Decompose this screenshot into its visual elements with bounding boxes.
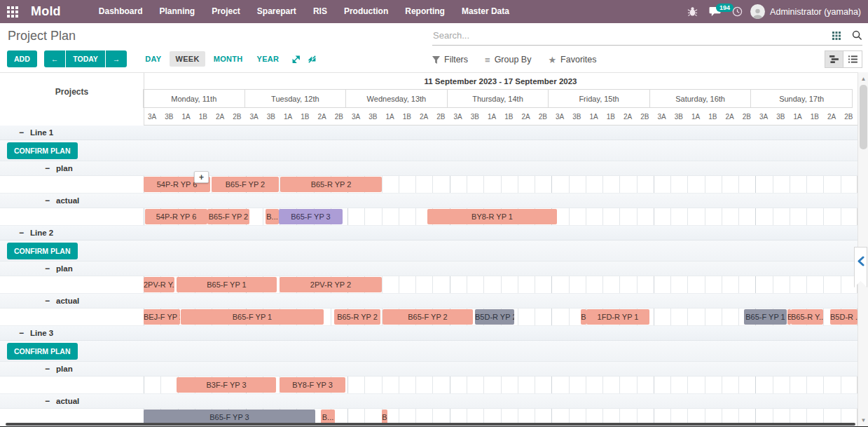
gantt-bar[interactable]: 1FD-R YP 1: [586, 309, 649, 325]
scroll-down-icon[interactable]: ▼: [858, 415, 868, 425]
shift-slot-header: 3B: [568, 108, 585, 125]
favorites-label: Favorites: [560, 55, 596, 65]
filters-button[interactable]: Filters: [432, 55, 468, 65]
shift-slot-header: 1B: [602, 108, 619, 125]
shift-slot-header: 3A: [450, 108, 467, 125]
filters-label: Filters: [444, 55, 468, 65]
nav-item-dashboard[interactable]: Dashboard: [90, 0, 151, 23]
gantt-bar[interactable]: 2PV-R YP 2: [280, 277, 382, 292]
nav-item-master-data[interactable]: Master Data: [453, 0, 518, 23]
collapse-toggle-icon[interactable]: −: [45, 264, 50, 273]
scale-day[interactable]: DAY: [139, 51, 167, 67]
search-input[interactable]: [432, 27, 825, 41]
navbar-menu: DashboardPlanningProjectSparepartRISProd…: [90, 0, 518, 23]
horizontal-scrollbar-thumb[interactable]: [6, 423, 855, 426]
confirm-plan-button-line-3[interactable]: CONFIRM PLAN: [7, 343, 78, 360]
scale-month[interactable]: MONTH: [208, 51, 249, 67]
prev-period-button[interactable]: ←: [44, 50, 66, 67]
nav-item-project[interactable]: Project: [203, 0, 249, 23]
gantt-bar[interactable]: 2PV-R Y...: [144, 277, 174, 292]
shift-slot-header: 1A: [790, 108, 806, 125]
gantt-bar[interactable]: B65-F YP 1: [177, 277, 277, 292]
confirm-plan-button-line-2[interactable]: CONFIRM PLAN: [7, 243, 78, 259]
gantt-bar[interactable]: B65-R YP 2: [334, 309, 380, 325]
apps-menu-button[interactable]: [0, 0, 25, 23]
bar-row-line-2-plan: 2PV-R Y...B65-F YP 12PV-R YP 2: [0, 276, 857, 294]
gantt-bar[interactable]: BY8-R YP 1: [427, 209, 557, 224]
gantt-bar[interactable]: B3F-F YP 3: [177, 377, 276, 393]
confirm-row-line-3: CONFIRM PLAN: [0, 341, 857, 362]
scale-week[interactable]: WEEK: [170, 51, 205, 67]
projects-column-header: Projects: [0, 87, 144, 97]
user-menu[interactable]: Administrator (yamaha): [750, 4, 861, 19]
nav-item-sparepart[interactable]: Sparepart: [249, 0, 305, 23]
gantt-bar[interactable]: B65-F YP 1: [744, 309, 787, 325]
collapse-toggle-icon[interactable]: −: [45, 163, 50, 173]
collapse-toggle-icon[interactable]: −: [19, 228, 24, 238]
group-header-line-3: −Line 3: [0, 326, 857, 341]
shift-slot-header: 2A: [212, 108, 228, 125]
group-by-button[interactable]: ≡ Group By: [485, 55, 531, 65]
gantt-bar[interactable]: B5D-R ...: [830, 309, 857, 325]
gantt-bar[interactable]: BEJ-F YP 2: [144, 309, 180, 325]
collapse-toggle-icon[interactable]: −: [45, 364, 50, 374]
nav-item-planning[interactable]: Planning: [151, 0, 203, 23]
favorites-button[interactable]: ★ Favorites: [548, 55, 596, 65]
gantt-bar[interactable]: B...: [266, 209, 279, 224]
collapse-toggle-icon[interactable]: −: [19, 328, 24, 338]
nav-item-ris[interactable]: RIS: [305, 0, 336, 23]
gantt-bar[interactable]: B65-F YP 2: [212, 177, 279, 192]
gantt-bar[interactable]: B5D-R YP 2: [475, 309, 514, 325]
page-title: Project Plan: [8, 29, 76, 43]
scale-year[interactable]: YEAR: [252, 51, 285, 67]
subgroup-header-line-2-actual: −actual: [0, 294, 857, 309]
confirm-row-line-1: CONFIRM PLAN: [0, 140, 857, 161]
user-avatar: [750, 4, 765, 19]
group-label: Line 2: [30, 229, 53, 237]
search-options-icon[interactable]: [832, 32, 841, 40]
collapse-toggle-icon[interactable]: −: [19, 128, 24, 137]
gantt-bar[interactable]: B65-F YP 2: [383, 309, 473, 325]
bar-row-line-1-plan: 54P-R YP 6+B65-F YP 2B65-R YP 2: [0, 176, 857, 194]
nav-item-production[interactable]: Production: [336, 0, 397, 23]
today-button[interactable]: TODAY: [66, 50, 105, 67]
gantt-chart: 11 September 2023 - 17 September 2023 Pr…: [0, 72, 857, 426]
messages-icon[interactable]: 194: [705, 3, 724, 21]
day-header: Tuesday, 12th: [244, 89, 347, 108]
gantt-bar[interactable]: B: [581, 309, 586, 325]
date-range-title: 11 September 2023 - 17 September 2023: [144, 77, 857, 86]
collapse-toggle-icon[interactable]: −: [45, 396, 50, 406]
gantt-bar[interactable]: B65-F YP 2: [207, 209, 249, 224]
shift-slot-header: 2A: [518, 108, 535, 125]
scroll-up-icon[interactable]: ▲: [858, 74, 868, 83]
subgroup-label: plan: [56, 164, 73, 172]
shift-slot-header: 2B: [738, 108, 755, 125]
gantt-bar[interactable]: B65-F YP 3: [279, 209, 343, 224]
app-brand[interactable]: Mold: [31, 4, 61, 19]
gantt-view-button[interactable]: [825, 50, 843, 68]
gantt-bar[interactable]: 54P-R YP 6: [145, 209, 207, 224]
add-cell-button[interactable]: +: [194, 171, 209, 183]
day-header-row: Monday, 11thTuesday, 12thWednesday, 13th…: [144, 89, 857, 108]
gantt-bar[interactable]: B65-R Y...: [791, 309, 823, 325]
subgroup-label: plan: [56, 365, 73, 373]
nav-item-reporting[interactable]: Reporting: [397, 0, 453, 23]
search-icon[interactable]: [852, 30, 862, 41]
confirm-plan-button-line-1[interactable]: CONFIRM PLAN: [7, 142, 78, 159]
collapse-toggle-icon[interactable]: −: [45, 196, 50, 205]
collapse-toggle-icon[interactable]: −: [45, 296, 50, 306]
add-button[interactable]: ADD: [7, 50, 37, 67]
gantt-bar[interactable]: B65-R YP 2: [280, 177, 382, 192]
scale-switcher: DAYWEEKMONTHYEAR: [139, 51, 284, 67]
collapse-rows-icon[interactable]: [308, 55, 317, 64]
debug-bug-icon[interactable]: [683, 3, 701, 21]
shift-slot-header: 3A: [347, 108, 364, 125]
gantt-bar[interactable]: BY8-F YP 3: [280, 377, 345, 393]
gantt-bar[interactable]: B65-F YP 1: [181, 309, 324, 325]
group-label: Line 1: [30, 128, 53, 137]
list-view-button[interactable]: [843, 50, 862, 68]
vertical-scrollbar-thumb[interactable]: [860, 85, 867, 149]
activities-clock-icon[interactable]: [728, 3, 746, 21]
expand-rows-icon[interactable]: [291, 55, 301, 64]
next-period-button[interactable]: →: [106, 50, 128, 67]
